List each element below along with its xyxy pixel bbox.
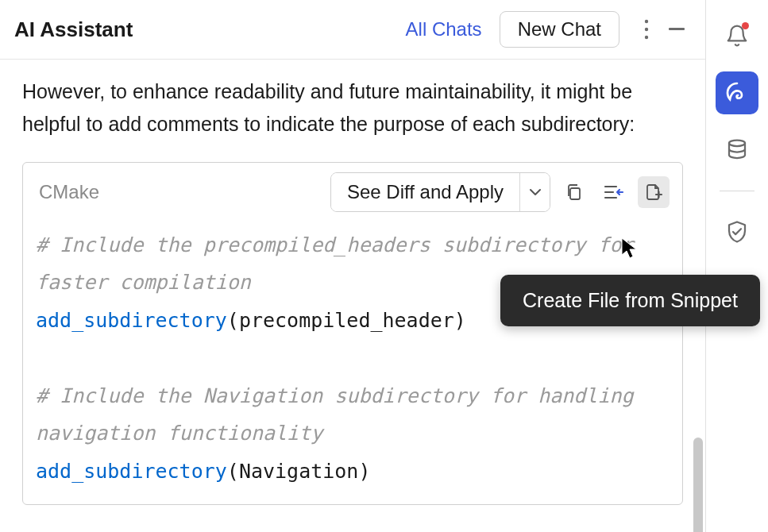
code-block-header: CMake See Diff and Apply: [23, 163, 682, 220]
shield-icon[interactable]: [716, 210, 758, 253]
svg-point-0: [645, 20, 648, 23]
diff-apply-group: See Diff and Apply: [330, 172, 550, 212]
new-chat-button[interactable]: New Chat: [500, 11, 619, 48]
all-chats-link[interactable]: All Chats: [406, 18, 482, 40]
minimize-icon[interactable]: [662, 15, 691, 44]
more-icon[interactable]: [632, 15, 661, 44]
code-block: CMake See Diff and Apply # Inclu: [22, 162, 683, 506]
code-language-label: CMake: [36, 181, 99, 203]
assistant-message: However, to enhance readability and futu…: [22, 75, 683, 141]
svg-point-2: [645, 36, 648, 39]
tooltip: Create File from Snippet: [500, 275, 760, 326]
main-panel: AI Assistant All Chats New Chat However,…: [0, 0, 706, 532]
svg-rect-4: [570, 188, 580, 199]
database-icon[interactable]: [716, 129, 758, 172]
scrollbar-thumb[interactable]: [693, 438, 703, 532]
panel-title: AI Assistant: [14, 17, 133, 42]
diff-dropdown-button[interactable]: [519, 173, 550, 211]
create-file-from-snippet-icon[interactable]: [638, 176, 670, 208]
notifications-icon[interactable]: [716, 14, 758, 57]
notification-dot: [742, 22, 749, 29]
code-body: # Include the precompiled_headers subdir…: [23, 220, 682, 505]
svg-rect-3: [669, 28, 685, 30]
right-sidebar: [706, 0, 768, 532]
copy-icon[interactable]: [558, 176, 590, 208]
see-diff-apply-button[interactable]: See Diff and Apply: [331, 173, 519, 211]
insert-at-caret-icon[interactable]: [598, 176, 630, 208]
header: AI Assistant All Chats New Chat: [0, 0, 705, 60]
svg-point-1: [645, 28, 648, 31]
ai-assistant-icon[interactable]: [716, 71, 758, 114]
svg-point-8: [729, 141, 745, 147]
sidebar-divider: [720, 191, 754, 191]
